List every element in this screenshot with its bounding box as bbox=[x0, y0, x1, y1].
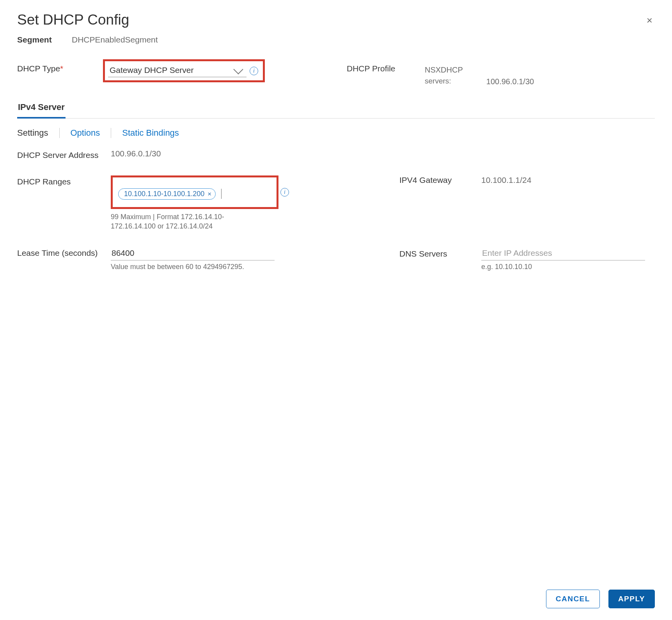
info-icon[interactable]: i bbox=[250, 67, 258, 75]
dns-servers-pair: DNS Servers e.g. 10.10.10.10 bbox=[298, 247, 655, 271]
dhcp-profile-values: NSXDHCP servers: bbox=[425, 64, 463, 87]
dhcp-profile-servers-label: servers: bbox=[425, 76, 463, 87]
dhcp-ranges-slot: 10.100.1.10-10.100.1.200 × i 99 Maximum … bbox=[111, 175, 294, 231]
dns-servers-label: DNS Servers bbox=[399, 247, 481, 259]
segment-row: Segment DHCPEnabledSegment bbox=[17, 35, 655, 44]
dialog-footer: CANCEL APPLY bbox=[17, 578, 655, 608]
required-mark: * bbox=[60, 64, 63, 73]
ip-version-tabs: IPv4 Server bbox=[17, 99, 655, 119]
lease-time-label: Lease Time (seconds) bbox=[17, 247, 107, 258]
dhcp-profile-servers-value: 100.96.0.1/30 bbox=[486, 64, 534, 87]
close-icon: × bbox=[647, 14, 652, 26]
info-icon[interactable]: i bbox=[280, 188, 289, 197]
dhcp-type-label: DHCP Type* bbox=[17, 59, 103, 73]
close-button[interactable]: × bbox=[644, 15, 655, 26]
dhcp-subtabs: Settings Options Static Bindings bbox=[17, 128, 655, 138]
segment-label: Segment bbox=[17, 35, 72, 44]
dhcp-profile-label: DHCP Profile bbox=[347, 64, 425, 87]
dhcp-ranges-label: DHCP Ranges bbox=[17, 175, 107, 186]
dhcp-server-address-label: DHCP Server Address bbox=[17, 149, 107, 160]
ipv4-gateway-label: IPV4 Gateway bbox=[399, 175, 481, 185]
text-caret-icon bbox=[221, 189, 222, 199]
dns-servers-input[interactable] bbox=[481, 247, 645, 260]
lease-time-slot: Value must be between 60 to 4294967295. bbox=[111, 247, 294, 271]
segment-value: DHCPEnabledSegment bbox=[72, 35, 158, 44]
subtab-options[interactable]: Options bbox=[60, 128, 111, 138]
chip-remove-icon[interactable]: × bbox=[207, 191, 211, 197]
dhcp-type-selected: Gateway DHCP Server bbox=[110, 66, 194, 75]
dhcp-ranges-help: 99 Maximum | Format 172.16.14.10-172.16.… bbox=[111, 212, 236, 231]
lease-time-input[interactable] bbox=[111, 247, 275, 260]
dhcp-type-select[interactable]: Gateway DHCP Server bbox=[108, 64, 246, 77]
dns-servers-help: e.g. 10.10.10.10 bbox=[481, 263, 645, 271]
settings-form: DHCP Server Address 100.96.0.1/30 DHCP R… bbox=[17, 149, 655, 271]
set-dhcp-config-dialog: Set DHCP Config × Segment DHCPEnabledSeg… bbox=[0, 0, 672, 620]
dhcp-range-chip-text: 10.100.1.10-10.100.1.200 bbox=[124, 190, 204, 198]
cancel-button[interactable]: CANCEL bbox=[546, 590, 600, 608]
dhcp-type-highlight-box: Gateway DHCP Server i bbox=[103, 59, 265, 82]
dhcp-range-chip[interactable]: 10.100.1.10-10.100.1.200 × bbox=[118, 188, 216, 200]
ipv4-gateway-pair: IPV4 Gateway 10.100.1.1/24 bbox=[298, 175, 655, 185]
apply-button[interactable]: APPLY bbox=[608, 590, 655, 608]
dialog-header: Set DHCP Config × bbox=[17, 12, 655, 35]
tab-ipv4-server[interactable]: IPv4 Server bbox=[17, 99, 66, 119]
subtab-settings[interactable]: Settings bbox=[17, 128, 59, 138]
ipv4-gateway-value: 10.100.1.1/24 bbox=[481, 175, 531, 185]
dhcp-server-address-value: 100.96.0.1/30 bbox=[111, 149, 294, 158]
subtab-static-bindings[interactable]: Static Bindings bbox=[111, 128, 190, 138]
dhcp-type-label-text: DHCP Type bbox=[17, 64, 60, 73]
dhcp-profile-block: DHCP Profile NSXDHCP servers: 100.96.0.1… bbox=[347, 59, 534, 87]
dialog-title: Set DHCP Config bbox=[17, 12, 655, 28]
dhcp-profile-name: NSXDHCP bbox=[425, 64, 463, 76]
dns-servers-slot: e.g. 10.10.10.10 bbox=[481, 247, 645, 271]
dhcp-type-row: DHCP Type* Gateway DHCP Server i DHCP Pr… bbox=[17, 59, 655, 87]
chevron-down-icon bbox=[233, 64, 243, 74]
dhcp-ranges-highlight-box: 10.100.1.10-10.100.1.200 × i bbox=[111, 175, 278, 209]
lease-time-help: Value must be between 60 to 4294967295. bbox=[111, 263, 294, 271]
